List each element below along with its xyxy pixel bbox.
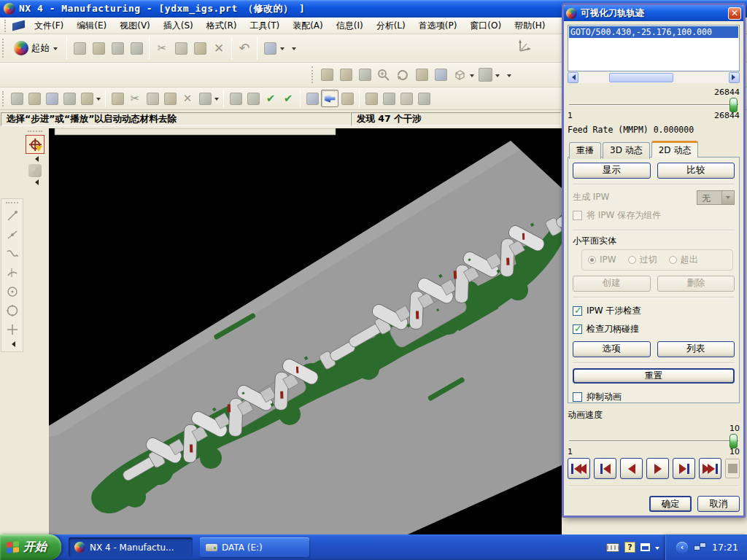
print-icon[interactable] [127,39,146,58]
parallel-generate-icon[interactable] [244,90,262,107]
holder-collision-checkbox[interactable]: ✓ [573,324,582,334]
save-icon[interactable] [108,39,127,58]
keyboard-layout-icon[interactable] [606,543,619,552]
play-backward-button[interactable] [620,458,643,479]
tab-replay[interactable]: 重播 [569,142,601,159]
radio-excess[interactable] [669,256,677,264]
dialog-title-bar[interactable]: 可视化刀轨轨迹 ✕ [564,5,743,21]
create-operation-icon[interactable] [78,90,96,107]
step-back-button[interactable] [594,458,616,479]
ok-button[interactable]: 确定 [649,496,692,512]
toolpath-list-item[interactable]: GOTO/500.430,-25.176,100.000 [569,26,738,38]
chevron-down-icon[interactable] [495,74,500,79]
menu-preferences[interactable]: 首选项(P) [412,18,464,34]
go-to-end-button[interactable] [699,458,721,479]
selection-filter-icon[interactable] [26,135,44,154]
toolbar-grip[interactable] [311,66,314,83]
chevron-down-icon[interactable] [655,547,659,552]
delete-button[interactable]: 删除 [657,276,735,292]
machine-simulation-icon[interactable] [338,90,356,107]
verify-toolpath-icon[interactable] [321,90,338,107]
menu-edit[interactable]: 编辑(E) [70,18,113,34]
toolbar-grip[interactable] [2,39,5,58]
tab-3d-dynamic[interactable]: 3D 动态 [603,142,650,159]
cut-icon[interactable]: ✂ [152,39,171,58]
snap-point-icon[interactable] [28,164,42,177]
menu-assemblies[interactable]: 装配(A) [286,18,330,34]
dropdown-arrow-icon[interactable] [721,191,734,204]
radio-gouge[interactable] [628,256,636,264]
radio-ipw[interactable] [588,256,596,264]
delete-icon[interactable]: ✕ [209,39,228,58]
suppress-animation-checkbox[interactable] [573,392,582,402]
spline-icon[interactable] [4,244,21,263]
shaded-view-icon[interactable] [431,66,450,85]
paste-operation-icon[interactable] [161,90,179,107]
animation-speed-slider[interactable] [569,434,738,446]
slider-thumb[interactable] [729,98,738,112]
scroll-left-icon[interactable] [568,72,578,83]
open-file-icon[interactable] [89,39,108,58]
view-popup-icon[interactable] [260,39,279,58]
new-file-icon[interactable] [70,39,89,58]
compare-button[interactable]: 比较 [657,163,735,179]
menu-help[interactable]: 帮助(H) [508,18,551,34]
toolbar-overflow-icon[interactable] [507,74,511,79]
play-forward-button[interactable] [646,458,669,479]
generate-ipw-dropdown[interactable]: 无 [697,190,735,205]
chevron-down-icon[interactable] [214,98,219,103]
create-button[interactable]: 创建 [573,276,651,292]
stop-button[interactable] [725,459,740,478]
go-to-start-button[interactable] [568,458,590,479]
list-output-icon[interactable]: ✔ [279,90,297,107]
chevron-down-icon[interactable] [96,98,101,103]
output-cl-icon[interactable] [415,90,433,107]
step-forward-button[interactable] [673,458,695,479]
csys-axes-icon[interactable] [515,37,534,56]
fit-view-icon[interactable] [317,66,336,85]
edit-object-icon[interactable] [109,90,126,107]
window-layout-icon[interactable] [476,66,495,85]
collapse-left-icon[interactable] [32,156,39,162]
options-button[interactable]: 选项 [573,341,651,357]
toolpath-progress-slider[interactable] [569,98,738,110]
menu-information[interactable]: 信息(I) [330,18,370,34]
confirm-toolpath-icon[interactable]: ✔ [262,90,279,107]
generate-toolpath-icon[interactable] [227,90,244,107]
undo-icon[interactable]: ↶ [235,39,254,58]
toolbar-grip[interactable] [4,20,7,32]
post-process-icon[interactable] [380,90,398,107]
create-program-icon[interactable] [8,90,26,107]
show-button[interactable]: 显示 [573,163,651,179]
shop-documentation-icon[interactable] [398,90,415,107]
pan-icon[interactable] [412,66,431,85]
chevron-down-icon[interactable] [280,47,285,52]
menu-analysis[interactable]: 分析(L) [370,18,412,34]
line-point-icon[interactable] [4,225,21,244]
circle-center-icon[interactable] [4,282,21,301]
slider-thumb[interactable] [729,434,738,448]
menu-tools[interactable]: 工具(T) [243,18,286,34]
rotate-view-icon[interactable] [393,66,412,85]
create-geometry-icon[interactable] [43,90,61,107]
collapse-left-icon[interactable] [9,341,15,347]
line-icon[interactable] [4,206,21,225]
toolpath-listbox[interactable]: GOTO/500.430,-25.176,100.000 [568,25,740,71]
toolbar-overflow-icon[interactable] [292,47,296,52]
taskbar-task-nx[interactable]: NX 4 - Manufactu... [69,537,193,557]
ipw-interference-checkbox[interactable]: ✓ [573,306,582,316]
circle-icon[interactable] [4,301,21,320]
network-icon[interactable] [694,542,706,552]
paste-icon[interactable] [190,39,209,58]
chevron-down-icon[interactable] [470,74,474,79]
cut-operation-icon[interactable]: ✂ [126,90,144,107]
arc-icon[interactable] [4,263,21,282]
graphics-viewport[interactable] [49,128,562,534]
tab-2d-dynamic[interactable]: 2D 动态 [651,141,699,158]
scrollbar-thumb[interactable] [609,73,673,82]
transform-object-icon[interactable] [196,90,214,107]
delete-operation-icon[interactable]: ✕ [179,90,196,107]
cancel-button[interactable]: 取消 [697,496,740,512]
menu-window[interactable]: 窗口(O) [463,18,508,34]
scroll-right-icon[interactable] [729,72,740,83]
